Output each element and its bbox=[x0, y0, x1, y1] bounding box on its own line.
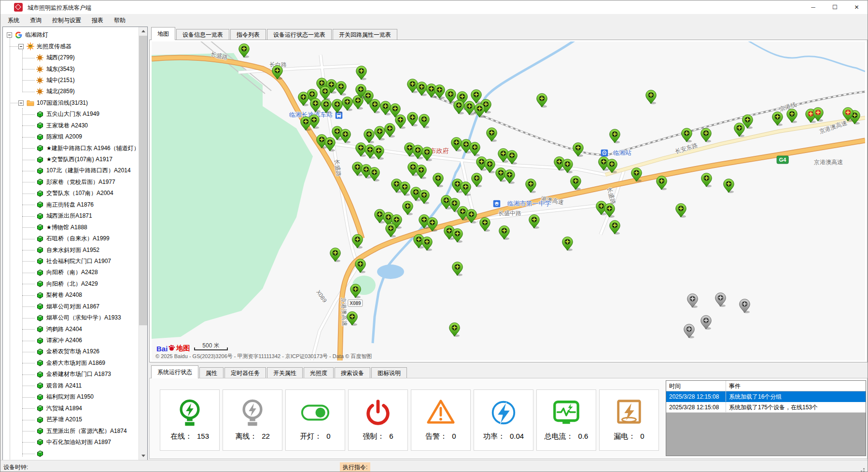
tree-item-device[interactable]: 五尖山大门东 A1949 bbox=[3, 109, 139, 120]
map-marker-green[interactable] bbox=[573, 142, 584, 157]
map-marker-green[interactable] bbox=[471, 173, 482, 188]
map-marker-green[interactable] bbox=[701, 173, 712, 188]
map-marker-red[interactable] bbox=[812, 107, 824, 122]
map-marker-green[interactable] bbox=[364, 129, 375, 144]
map-marker-green[interactable] bbox=[355, 84, 366, 99]
bottom-tab-1[interactable]: 属性 bbox=[199, 367, 224, 378]
map-marker-green[interactable] bbox=[464, 101, 475, 116]
map-marker-green[interactable] bbox=[700, 128, 712, 143]
collapse-icon[interactable] bbox=[7, 32, 12, 38]
main-tab-3[interactable]: 设备运行状态一览表 bbox=[267, 29, 332, 40]
map-marker-green[interactable] bbox=[330, 248, 341, 263]
scroll-down-icon[interactable] bbox=[139, 452, 147, 460]
menu-item-1[interactable]: 查询 bbox=[25, 14, 47, 27]
map-marker-green[interactable] bbox=[460, 181, 471, 196]
tree-item-device[interactable]: 金桥农贸市场 A1926 bbox=[3, 346, 139, 357]
map-marker-gray[interactable] bbox=[687, 293, 698, 308]
map-marker-green[interactable] bbox=[427, 217, 438, 232]
map-marker-green[interactable] bbox=[352, 234, 363, 249]
map-marker-green[interactable] bbox=[469, 142, 480, 157]
tree-item-device[interactable]: 南正街转盘 A1876 bbox=[3, 199, 139, 210]
tree-item-device[interactable]: 向阳桥（南）A2428 bbox=[3, 267, 139, 278]
map-marker-gray[interactable] bbox=[684, 324, 695, 339]
tree-item-device[interactable]: 107北（建新中路路口西）A2014 bbox=[3, 165, 139, 176]
tree-item-device[interactable]: 自来水斜对面 A1952 bbox=[3, 244, 139, 255]
tree-item-device[interactable]: 汽贸城 A1894 bbox=[3, 403, 139, 414]
bottom-tab-5[interactable]: 搜索设备 bbox=[335, 367, 370, 378]
tree-item-device[interactable]: 金桥建材市场门口 A1873 bbox=[3, 369, 139, 380]
scroll-thumb[interactable] bbox=[139, 36, 147, 325]
title-bar[interactable]: 城市照明监控系统客户端 ─ ☐ ✕ bbox=[0, 0, 868, 14]
tree-item-device[interactable]: 烟草公司对面 A1867 bbox=[3, 301, 139, 312]
map-marker-green[interactable] bbox=[452, 262, 463, 277]
tree-item-device[interactable] bbox=[3, 448, 139, 459]
map-marker-green[interactable] bbox=[529, 214, 540, 229]
tree-item-device[interactable]: 城西派出所A1871 bbox=[3, 210, 139, 222]
map-marker-green[interactable] bbox=[419, 114, 430, 129]
map-marker-green[interactable] bbox=[340, 129, 351, 144]
close-icon[interactable]: ✕ bbox=[846, 0, 868, 14]
menu-item-2[interactable]: 控制与设置 bbox=[47, 14, 86, 27]
tree-item-device[interactable]: 陈家组 A2009 bbox=[3, 131, 139, 142]
map-marker-green[interactable] bbox=[453, 100, 464, 115]
map-marker-green[interactable] bbox=[609, 129, 620, 144]
map-marker-green[interactable] bbox=[484, 159, 495, 174]
tree-group-devices[interactable]: 107国道沿线(31/31) bbox=[3, 97, 139, 109]
map-marker-green[interactable] bbox=[310, 98, 321, 113]
main-tab-0[interactable]: 地图 bbox=[151, 27, 175, 40]
tree-item-device[interactable]: 烟草公司（求知中学）A1933 bbox=[3, 312, 139, 323]
map-marker-green[interactable] bbox=[609, 220, 620, 235]
tree-item-device[interactable]: 金桥大市场对面 A1869 bbox=[3, 358, 139, 369]
map-marker-green[interactable] bbox=[449, 322, 460, 337]
tree-item-sensor[interactable]: 城中(2151) bbox=[3, 75, 139, 86]
map-marker-green[interactable] bbox=[631, 167, 642, 182]
map-marker-green[interactable] bbox=[786, 109, 798, 124]
minimize-icon[interactable]: ─ bbox=[802, 0, 824, 14]
tree-group-sensors[interactable]: 光照度传感器 bbox=[3, 41, 139, 52]
map-marker-green[interactable] bbox=[369, 99, 380, 114]
map-marker-green[interactable] bbox=[772, 111, 783, 126]
map-marker-green[interactable] bbox=[300, 116, 311, 131]
tree-item-device[interactable]: 福利院对面 A1950 bbox=[3, 391, 139, 403]
map-marker-green[interactable] bbox=[466, 209, 477, 224]
bottom-tab-0[interactable]: 系统运行状态 bbox=[151, 365, 198, 378]
map-marker-green[interactable] bbox=[356, 66, 367, 81]
resize-grip[interactable] bbox=[863, 468, 865, 470]
map-marker-green[interactable] bbox=[645, 90, 657, 105]
map-marker-green[interactable] bbox=[723, 179, 734, 194]
map-marker-green[interactable] bbox=[402, 201, 413, 216]
tree-scrollbar[interactable] bbox=[139, 27, 147, 460]
map-marker-green[interactable] bbox=[474, 103, 485, 118]
tree-item-sensor[interactable]: 城北(2859) bbox=[3, 86, 139, 97]
map-marker-gray[interactable] bbox=[700, 315, 712, 330]
tree-item-device[interactable]: 谭家冲 A2406 bbox=[3, 335, 139, 346]
map-marker-green[interactable] bbox=[434, 84, 445, 99]
map-canvas[interactable]: 长白路长盛路长盛路长安东路京港线京港澳高速京港澳高速长盛中路港澳高速长盛路京港澳… bbox=[152, 42, 865, 361]
tree-item-device[interactable]: 芭茅塘 A2015 bbox=[3, 414, 139, 425]
map-marker-green[interactable] bbox=[486, 127, 497, 142]
map-marker-green[interactable] bbox=[272, 65, 283, 80]
map-marker-green[interactable] bbox=[321, 99, 332, 114]
map-marker-green[interactable] bbox=[433, 173, 444, 188]
tree-item-device[interactable]: 社会福利院大门口 A1907 bbox=[3, 256, 139, 267]
bottom-tab-2[interactable]: 定时器任务 bbox=[224, 367, 266, 378]
map-marker-green[interactable] bbox=[298, 92, 309, 107]
map-marker-green[interactable] bbox=[421, 236, 433, 251]
map-marker-green[interactable] bbox=[452, 228, 463, 243]
map-marker-green[interactable] bbox=[499, 225, 510, 240]
map-marker-green[interactable] bbox=[385, 223, 396, 238]
collapse-icon[interactable] bbox=[18, 100, 24, 106]
map-marker-red[interactable] bbox=[842, 107, 854, 122]
tree-item-device[interactable]: 五里派出所（富源汽配）A1874 bbox=[3, 425, 139, 436]
map-marker-green[interactable] bbox=[407, 112, 418, 127]
map-marker-green[interactable] bbox=[342, 97, 353, 111]
map-marker-green[interactable] bbox=[562, 159, 573, 174]
map-marker-green[interactable] bbox=[399, 181, 410, 196]
tree-item-sensor[interactable]: 城西(2799) bbox=[3, 52, 139, 63]
map-marker-green[interactable] bbox=[570, 176, 581, 191]
tree-item-device[interactable]: 交警队东（107南）A2004 bbox=[3, 188, 139, 199]
map-marker-green[interactable] bbox=[384, 123, 395, 138]
map-marker-green[interactable] bbox=[374, 126, 385, 141]
tree-item-device[interactable]: 中石化加油站对面 A1897 bbox=[3, 437, 139, 448]
map-marker-green[interactable] bbox=[347, 311, 358, 326]
